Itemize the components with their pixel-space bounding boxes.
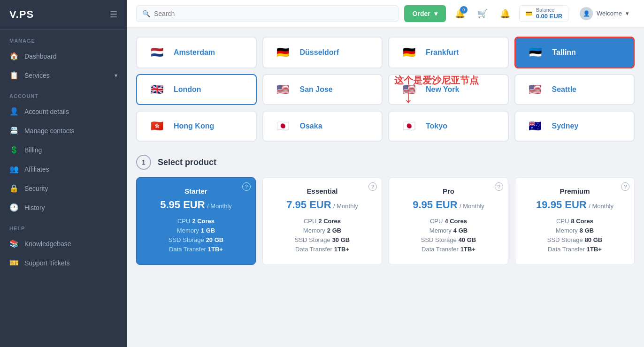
sidebar-item-label: Account details <box>24 108 117 115</box>
product-price: 19.95 EUR <box>536 199 587 211</box>
location-sanjose[interactable]: 🇺🇸 San Jose <box>262 74 383 105</box>
location-tokyo[interactable]: 🇯🇵 Tokyo <box>388 111 509 142</box>
flag-sanjose: 🇺🇸 <box>273 83 293 97</box>
product-specs: CPU4 Cores Memory4 GB SSD Storage40 GB D… <box>398 218 499 253</box>
product-premium[interactable]: ? Premium 19.95 EUR / Monthly CPU8 Cores… <box>515 177 635 265</box>
transfer-label: Data Transfer <box>169 246 206 253</box>
user-icon: 👤 <box>9 107 19 116</box>
location-name: Tallinn <box>552 48 576 57</box>
memory-val: 1 GB <box>201 227 215 234</box>
location-osaka[interactable]: 🇯🇵 Osaka <box>262 111 383 142</box>
location-section: 🇳🇱 Amsterdam 🇩🇪 Düsseldorf 🇩🇪 Frankfurt … <box>136 37 635 142</box>
transfer-label: Data Transfer <box>295 246 332 253</box>
product-period: / Monthly <box>207 203 232 210</box>
location-london[interactable]: 🇬🇧 London <box>136 74 257 105</box>
transfer-val: 1TB+ <box>208 246 223 253</box>
sidebar-item-services[interactable]: 📋 Services ▾ <box>0 66 127 85</box>
transfer-label: Data Transfer <box>422 246 459 253</box>
memory-label: Memory <box>303 227 325 234</box>
chevron-down-icon: ▾ <box>115 72 117 79</box>
product-period: / Monthly <box>460 203 484 210</box>
product-grid: ? Starter 5.95 EUR / Monthly CPU2 Cores … <box>136 177 635 265</box>
search-wrap[interactable]: 🔍 <box>136 5 399 22</box>
ssd-label: SSD Storage <box>169 236 204 243</box>
location-hongkong[interactable]: 🇭🇰 Hong Kong <box>136 111 257 142</box>
transfer-val: 1TB+ <box>460 246 475 253</box>
transfer-val: 1TB+ <box>587 246 602 253</box>
location-dusseldorf[interactable]: 🇩🇪 Düsseldorf <box>262 37 383 68</box>
cpu-label: CPU <box>556 218 569 225</box>
notification-bell[interactable]: 🔔 0 <box>452 5 468 22</box>
flag-osaka: 🇯🇵 <box>273 119 293 133</box>
main-area: 🔍 Order ▾ 🔔 0 🛒 🔔 💳 Balance 0.00 EUR 👤 W… <box>127 0 644 347</box>
location-name: Amsterdam <box>174 48 215 57</box>
sidebar-item-label: Dashboard <box>24 53 117 60</box>
alerts-icon[interactable]: 🔔 <box>497 5 514 22</box>
sidebar-item-account-details[interactable]: 👤 Account details <box>0 102 127 121</box>
section-header: 1 Select product <box>136 155 635 170</box>
location-seattle[interactable]: 🇺🇸 Seattle <box>514 74 635 105</box>
cpu-label: CPU <box>177 218 190 225</box>
help-icon[interactable]: ? <box>621 182 629 191</box>
product-period: / Monthly <box>589 203 613 210</box>
flag-dusseldorf: 🇩🇪 <box>273 45 293 60</box>
sidebar-item-dashboard[interactable]: 🏠 Dashboard <box>0 46 127 66</box>
sidebar-item-billing[interactable]: 💲 Billing <box>0 140 127 159</box>
location-sydney[interactable]: 🇦🇺 Sydney <box>514 111 635 142</box>
location-tallinn[interactable]: 🇪🇪 Tallinn <box>514 37 635 68</box>
product-essential[interactable]: ? Essential 7.95 EUR / Monthly CPU2 Core… <box>262 177 382 265</box>
memory-label: Memory <box>177 227 199 234</box>
sidebar-item-affiliates[interactable]: 👥 Affiliates <box>0 159 127 179</box>
affiliates-icon: 👥 <box>9 165 19 174</box>
manage-section-label: MANAGE <box>0 30 127 46</box>
security-icon: 🔒 <box>9 184 19 193</box>
location-newyork[interactable]: 🇺🇸 New York <box>388 74 509 105</box>
order-button[interactable]: Order ▾ <box>404 5 446 22</box>
cpu-val: 8 Cores <box>571 218 593 225</box>
wallet-icon: 💳 <box>525 10 532 17</box>
flag-amsterdam: 🇳🇱 <box>146 45 167 60</box>
search-input[interactable] <box>154 10 392 17</box>
cart-icon[interactable]: 🛒 <box>474 5 491 22</box>
location-grid: 🇳🇱 Amsterdam 🇩🇪 Düsseldorf 🇩🇪 Frankfurt … <box>136 37 635 142</box>
help-icon[interactable]: ? <box>495 182 503 191</box>
flag-tokyo: 🇯🇵 <box>399 119 419 133</box>
sidebar-item-label: Manage contacts <box>24 127 117 135</box>
cpu-label: CPU <box>430 218 443 225</box>
billing-icon: 💲 <box>9 145 19 154</box>
product-period: / Monthly <box>333 203 358 210</box>
memory-label: Memory <box>429 227 452 234</box>
product-name: Starter <box>145 187 247 195</box>
sidebar-item-label: Security <box>24 185 117 192</box>
balance-label: Balance <box>536 7 562 13</box>
sidebar-item-label: Knowledgebase <box>24 240 117 248</box>
sidebar-item-history[interactable]: 🕐 History <box>0 198 127 217</box>
location-name: Seattle <box>552 85 576 94</box>
knowledgebase-icon: 📚 <box>9 239 19 248</box>
product-name: Essential <box>271 187 373 195</box>
product-pro[interactable]: ? Pro 9.95 EUR / Monthly CPU4 Cores Memo… <box>389 177 508 265</box>
product-starter[interactable]: ? Starter 5.95 EUR / Monthly CPU2 Cores … <box>136 177 256 265</box>
services-icon: 📋 <box>9 71 19 80</box>
sidebar-item-support-tickets[interactable]: 🎫 Support Tickets <box>0 253 127 272</box>
location-amsterdam[interactable]: 🇳🇱 Amsterdam <box>136 37 257 68</box>
logo: V.PS <box>9 8 34 21</box>
sidebar-item-knowledgebase[interactable]: 📚 Knowledgebase <box>0 234 127 253</box>
flag-london: 🇬🇧 <box>146 83 167 97</box>
location-frankfurt[interactable]: 🇩🇪 Frankfurt <box>388 37 509 68</box>
help-icon[interactable]: ? <box>242 182 251 191</box>
hamburger-icon[interactable]: ☰ <box>110 9 117 20</box>
location-name: New York <box>426 85 459 94</box>
help-icon[interactable]: ? <box>368 182 377 191</box>
sidebar-item-manage-contacts[interactable]: 📇 Manage contacts <box>0 121 127 140</box>
transfer-label: Data Transfer <box>548 246 585 253</box>
welcome-box[interactable]: 👤 Welcome ▾ <box>574 5 635 22</box>
product-price: 9.95 EUR <box>413 199 457 211</box>
sidebar-item-security[interactable]: 🔒 Security <box>0 179 127 198</box>
sidebar-item-label: History <box>24 204 117 211</box>
search-icon: 🔍 <box>142 10 150 17</box>
sidebar-logo: V.PS ☰ <box>0 0 127 30</box>
ssd-val: 30 GB <box>332 236 350 243</box>
flag-sydney: 🇦🇺 <box>525 119 545 133</box>
balance-box[interactable]: 💳 Balance 0.00 EUR <box>519 5 568 22</box>
